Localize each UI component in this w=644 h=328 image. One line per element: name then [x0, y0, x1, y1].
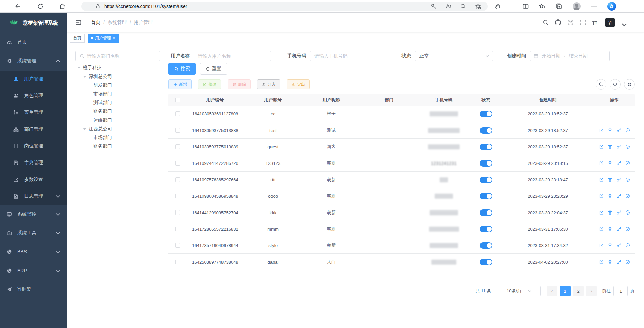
username-input[interactable] — [198, 53, 271, 59]
row-edit-icon[interactable] — [599, 210, 604, 215]
user-avatar[interactable]: yj — [605, 18, 615, 27]
tree-node[interactable]: 财务部门 — [75, 107, 168, 116]
row-delete-icon[interactable] — [608, 144, 612, 149]
help-icon[interactable] — [567, 19, 574, 26]
select-all-checkbox[interactable] — [175, 98, 180, 102]
sidebar-item-erp[interactable]: ERP — [0, 261, 67, 280]
status-toggle[interactable] — [480, 259, 492, 265]
row-delete-icon[interactable] — [608, 210, 612, 215]
status-toggle[interactable] — [480, 242, 492, 249]
row-reset-password-icon[interactable] — [616, 177, 621, 182]
next-page-button[interactable]: › — [586, 286, 597, 296]
tree-node[interactable]: 财务部门 — [75, 142, 168, 151]
add-button[interactable]: 新增 — [168, 79, 192, 89]
sidebar-item-home[interactable]: 首页 — [0, 33, 67, 52]
github-icon[interactable] — [555, 19, 561, 26]
close-icon[interactable]: × — [113, 36, 115, 40]
browser-home-icon[interactable] — [59, 3, 66, 10]
row-edit-icon[interactable] — [599, 128, 604, 133]
row-edit-icon[interactable] — [599, 260, 604, 264]
header-search-icon[interactable] — [542, 19, 549, 26]
status-toggle[interactable] — [480, 226, 492, 232]
status-toggle[interactable] — [480, 193, 492, 199]
tree-node[interactable]: 江西总公司 — [75, 125, 168, 133]
row-checkbox[interactable] — [175, 227, 180, 231]
status-select[interactable]: 正常 — [415, 51, 493, 61]
sidebar-item-dict-mgmt[interactable]: 字典管理 — [0, 154, 67, 171]
row-assign-role-icon[interactable] — [625, 144, 630, 149]
row-delete-icon[interactable] — [608, 194, 612, 198]
row-edit-icon[interactable] — [599, 227, 604, 231]
phone-input[interactable] — [314, 53, 382, 59]
sidebar-item-role-mgmt[interactable]: 角色管理 — [0, 87, 67, 104]
caret-down-icon[interactable] — [621, 21, 627, 28]
tree-node[interactable]: 市场部门 — [75, 133, 168, 142]
read-aloud-icon[interactable] — [445, 3, 451, 9]
sidebar-item-user-mgmt[interactable]: 用户管理 — [0, 71, 67, 87]
copilot-bing-icon[interactable]: b — [607, 2, 616, 11]
password-key-icon[interactable] — [431, 3, 437, 9]
page-1-button[interactable]: 1 — [560, 286, 571, 296]
browser-profile-avatar[interactable] — [573, 2, 581, 10]
tree-expand-icon[interactable] — [77, 67, 81, 69]
row-reset-password-icon[interactable] — [616, 227, 621, 231]
row-delete-icon[interactable] — [608, 227, 612, 231]
row-edit-icon[interactable] — [599, 177, 604, 182]
status-toggle[interactable] — [480, 127, 492, 134]
row-reset-password-icon[interactable] — [616, 210, 621, 215]
row-delete-icon[interactable] — [608, 128, 612, 133]
browser-refresh-icon[interactable] — [37, 3, 44, 10]
sidebar-item-param-settings[interactable]: 参数设置 — [0, 171, 67, 188]
row-edit-icon[interactable] — [599, 243, 604, 248]
show-search-toggle-button[interactable] — [596, 79, 606, 90]
sidebar-item-dept-mgmt[interactable]: 部门管理 — [0, 121, 67, 138]
row-checkbox[interactable] — [175, 194, 180, 198]
row-assign-role-icon[interactable] — [625, 194, 630, 198]
status-toggle[interactable] — [480, 144, 492, 150]
font-size-icon[interactable]: TT — [592, 20, 597, 25]
row-checkbox[interactable] — [175, 243, 180, 248]
breadcrumb-home[interactable]: 首页 — [91, 19, 100, 26]
row-delete-icon[interactable] — [608, 177, 612, 182]
tree-node[interactable]: 橙子科技 — [75, 63, 168, 72]
row-delete-icon[interactable] — [608, 243, 612, 248]
sidebar-item-menu-mgmt[interactable]: 菜单管理 — [0, 104, 67, 121]
add-favorite-icon[interactable] — [475, 3, 481, 9]
page-2-button[interactable]: 2 — [573, 286, 584, 296]
row-checkbox[interactable] — [175, 260, 180, 264]
collections-icon[interactable] — [556, 3, 562, 10]
tab-user-mgmt[interactable]: 用户管理 × — [88, 34, 119, 43]
zoom-out-icon[interactable] — [460, 3, 466, 9]
row-assign-role-icon[interactable] — [625, 177, 630, 182]
export-button[interactable]: 导出 — [287, 79, 310, 89]
url-text[interactable]: https://ccnetcore.com:1101/system/user — [104, 4, 431, 9]
status-toggle[interactable] — [480, 160, 492, 167]
row-assign-role-icon[interactable] — [625, 243, 630, 248]
sidebar-item-post-mgmt[interactable]: 岗位管理 — [0, 138, 67, 154]
row-assign-role-icon[interactable] — [625, 210, 630, 215]
row-assign-role-icon[interactable] — [625, 128, 630, 133]
modify-button[interactable]: 修改 — [198, 79, 221, 89]
row-checkbox[interactable] — [175, 144, 180, 149]
sidebar-item-log-mgmt[interactable]: 日志管理 — [0, 188, 67, 205]
favorites-icon[interactable] — [539, 3, 546, 10]
sidebar-item-system-tools[interactable]: 系统工具 — [0, 224, 67, 242]
import-button[interactable]: 导入 — [257, 79, 280, 89]
goto-page-input[interactable] — [613, 286, 628, 296]
more-menu-icon[interactable] — [591, 3, 597, 10]
status-toggle[interactable] — [480, 111, 492, 117]
sidebar-item-system-mgmt[interactable]: 系统管理 — [0, 52, 67, 71]
hamburger-icon[interactable] — [75, 19, 82, 26]
row-edit-icon[interactable] — [599, 144, 604, 149]
reset-button[interactable]: 重置 — [200, 63, 227, 75]
tree-node[interactable]: 测试部门 — [75, 98, 168, 107]
dept-search-input[interactable] — [87, 53, 160, 59]
tree-node[interactable]: 运维部门 — [75, 116, 168, 125]
row-assign-role-icon[interactable] — [625, 260, 630, 264]
status-toggle[interactable] — [480, 177, 492, 183]
prev-page-button[interactable]: ‹ — [547, 286, 557, 296]
delete-button[interactable]: 删除 — [228, 79, 251, 89]
tree-node[interactable]: 深圳总公司 — [75, 72, 168, 81]
date-range-picker[interactable]: 开始日期 - 结束日期 — [530, 51, 610, 61]
row-delete-icon[interactable] — [608, 161, 612, 166]
